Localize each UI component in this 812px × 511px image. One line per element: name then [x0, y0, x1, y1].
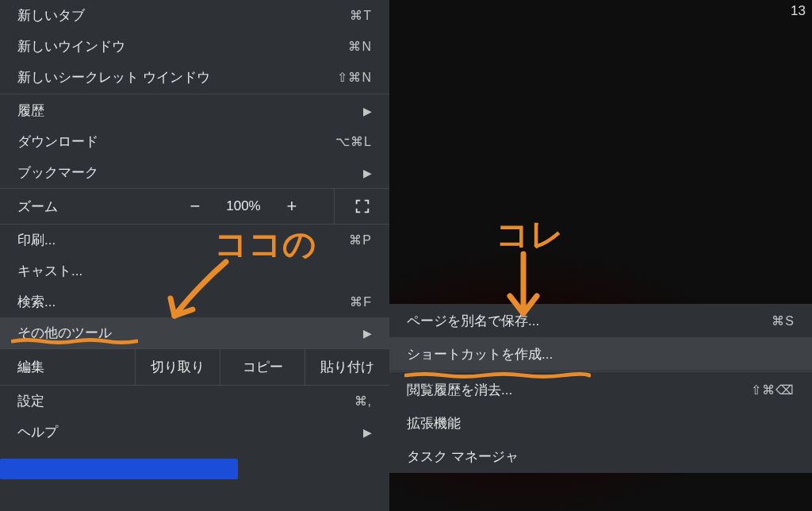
- submenu-arrow-icon: ▶: [358, 327, 372, 340]
- menu-item-label: 拡張機能: [407, 414, 795, 432]
- menu-item-label: 設定: [17, 392, 354, 410]
- menu-item-label: ページを別名で保存...: [407, 312, 772, 330]
- page-accent-bar: [0, 459, 238, 479]
- annotation-arrow-left: [155, 254, 242, 336]
- submenu-item-task-manager[interactable]: タスク マネージャ: [389, 440, 812, 473]
- more-tools-submenu: ページを別名で保存... ⌘S ショートカットを作成... 閲覧履歴を消去...…: [389, 304, 812, 473]
- submenu-item-extensions[interactable]: 拡張機能: [389, 406, 812, 440]
- edit-copy-button[interactable]: コピー: [220, 349, 304, 385]
- menu-item-history[interactable]: 履歴 ▶: [0, 95, 389, 126]
- menu-item-bookmarks[interactable]: ブックマーク ▶: [0, 157, 389, 188]
- clock-fragment: 13: [791, 3, 806, 19]
- shortcut-label: ⌘P: [349, 232, 372, 248]
- zoom-out-button[interactable]: −: [174, 196, 216, 217]
- edit-paste-button[interactable]: 貼り付け: [304, 349, 389, 385]
- shortcut-label: ⇧⌘⌫: [751, 382, 795, 398]
- menu-item-label: 新しいウインドウ: [17, 37, 348, 56]
- zoom-in-button[interactable]: +: [271, 196, 312, 217]
- shortcut-label: ⌘F: [350, 294, 372, 309]
- shortcut-label: ⌘S: [772, 313, 795, 328]
- submenu-arrow-icon: ▶: [358, 167, 372, 179]
- menu-item-label: 新しいシークレット ウインドウ: [17, 68, 337, 86]
- menu-item-zoom: ズーム − 100% +: [0, 188, 389, 225]
- background-panel: 13 ページを別名で保存... ⌘S ショートカットを作成... 閲覧履歴を消去…: [389, 0, 812, 511]
- menu-item-label: ダウンロード: [17, 133, 335, 151]
- shortcut-label: ⌘,: [354, 394, 372, 409]
- menu-item-label: ショートカットを作成...: [407, 345, 795, 363]
- shortcut-label: ⌘T: [350, 8, 372, 23]
- fullscreen-icon: [354, 198, 371, 215]
- menu-item-label: 閲覧履歴を消去...: [407, 381, 751, 399]
- zoom-value: 100%: [216, 198, 271, 214]
- menu-separator: [0, 94, 389, 94]
- menu-item-new-window[interactable]: 新しいウインドウ ⌘N: [0, 31, 389, 62]
- menu-item-label: ブックマーク: [17, 163, 358, 182]
- menu-item-downloads[interactable]: ダウンロード ⌥⌘L: [0, 126, 389, 157]
- fullscreen-button[interactable]: [334, 189, 389, 224]
- annotation-arrow-right: [496, 250, 551, 332]
- zoom-label: ズーム: [17, 198, 174, 216]
- edit-label: 編集: [0, 349, 135, 385]
- menu-item-label: 履歴: [17, 102, 358, 120]
- shortcut-label: ⌘N: [348, 39, 372, 54]
- annotation-underline-left: [11, 333, 138, 340]
- shortcut-label: ⌥⌘L: [335, 134, 372, 149]
- submenu-item-save-page[interactable]: ページを別名で保存... ⌘S: [389, 304, 812, 337]
- submenu-arrow-icon: ▶: [358, 426, 372, 439]
- menu-item-label: 新しいタブ: [17, 6, 350, 25]
- menu-item-new-tab[interactable]: 新しいタブ ⌘T: [0, 0, 389, 31]
- menu-item-settings[interactable]: 設定 ⌘,: [0, 386, 389, 417]
- menu-item-edit-row: 編集 切り取り コピー 貼り付け: [0, 348, 389, 385]
- menu-item-new-incognito[interactable]: 新しいシークレット ウインドウ ⇧⌘N: [0, 62, 389, 93]
- menu-item-print[interactable]: 印刷... ⌘P: [0, 225, 389, 256]
- menu-item-label: タスク マネージャ: [407, 448, 795, 466]
- submenu-arrow-icon: ▶: [358, 105, 372, 117]
- menu-item-label: ヘルプ: [17, 423, 358, 441]
- submenu-item-create-shortcut[interactable]: ショートカットを作成...: [389, 337, 812, 371]
- annotation-underline-right: [404, 367, 591, 374]
- shortcut-label: ⇧⌘N: [337, 70, 372, 85]
- edit-cut-button[interactable]: 切り取り: [135, 349, 220, 385]
- zoom-controls: − 100% +: [174, 196, 334, 217]
- menu-item-help[interactable]: ヘルプ ▶: [0, 417, 389, 448]
